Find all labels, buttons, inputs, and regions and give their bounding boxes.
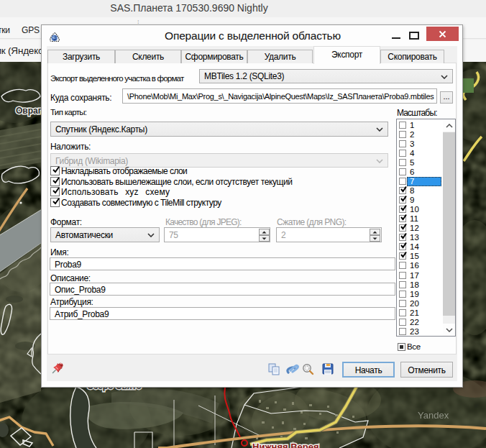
svg-text:Нижняя Верея: Нижняя Верея — [252, 442, 319, 448]
svg-text:Yandex: Yandex — [418, 410, 449, 421]
